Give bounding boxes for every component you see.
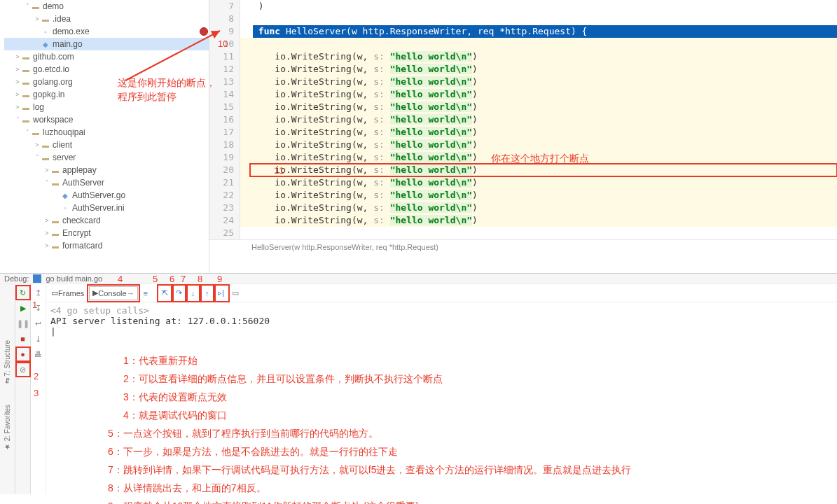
tree-item-label: checkcard xyxy=(62,216,101,225)
tree-item[interactable]: >▬formatcard xyxy=(4,239,209,252)
tree-item[interactable]: >▬.idea xyxy=(4,13,209,25)
go-icon xyxy=(33,274,41,283)
code-line[interactable]: io.WriteString(w, s: "hello world\n") xyxy=(250,176,837,189)
code-line[interactable]: io.WriteString(w, s: "hello world\n") xyxy=(250,50,837,63)
step-over-button[interactable]: ↷ xyxy=(173,286,186,300)
tree-item[interactable]: ˅▬server xyxy=(4,151,209,164)
code-line[interactable]: io.WriteString(w, s: "hello world\n") xyxy=(250,126,837,139)
scroll-to-end-icon[interactable]: ⤓ xyxy=(33,333,44,344)
left-vertical-tabs[interactable]: ⇆ 7: Structure ★ 2: Favorites xyxy=(0,284,15,494)
tree-item-label: gopkg.in xyxy=(33,90,64,99)
tree-item-label: formatcard xyxy=(62,241,102,251)
code-line[interactable]: io.WriteString(w, s: "hello world\n") xyxy=(250,202,837,214)
debug-config-name[interactable]: go build main.go xyxy=(46,274,102,283)
tree-item-label: golang.org xyxy=(33,77,73,87)
code-line[interactable]: io.WriteString(w, s: "hello world\n") xyxy=(250,189,837,202)
project-tree[interactable]: ˅▬demo>▬.idea▫demo.exe◆main.go>▬github.c… xyxy=(0,0,209,273)
rerun-button[interactable]: ↻ xyxy=(18,287,29,298)
debug-header: Debug: go build main.go xyxy=(0,273,837,284)
tree-item[interactable]: ˅▬AuthServer xyxy=(4,176,209,189)
tree-item[interactable]: ˅▬workspace xyxy=(4,113,209,126)
tree-item[interactable]: >▬applepay xyxy=(4,164,209,176)
evaluate-icon[interactable]: ▭ xyxy=(229,286,242,300)
folder-icon: ▬ xyxy=(21,52,31,62)
code-line[interactable]: io.WriteString(w, s: "hello world\n") xyxy=(250,101,837,113)
code-lines[interactable]: ) func HelloServer(w http.ResponseWriter… xyxy=(250,0,837,239)
tree-item-label: main.go xyxy=(53,39,83,49)
line-gutter[interactable]: 78910111213141516171819202122232425 xyxy=(209,0,240,239)
tree-item[interactable]: >▬github.com xyxy=(4,50,209,63)
tree-item-label: AuthServer.ini xyxy=(72,203,125,213)
go-file-icon: ◆ xyxy=(41,39,50,49)
tree-item-label: workspace xyxy=(33,115,73,125)
tree-item[interactable]: >▬client xyxy=(4,139,209,151)
tree-item[interactable]: >▬Encrypt xyxy=(4,227,209,239)
stop-button[interactable]: ■ xyxy=(18,333,29,344)
tree-item-label: AuthServer.go xyxy=(72,190,125,200)
folder-icon: ▬ xyxy=(21,102,31,112)
tree-item-label: log xyxy=(33,102,44,112)
code-line[interactable]: func HelloServer(w http.ResponseWriter, … xyxy=(250,25,837,38)
console-tab[interactable]: ▶ Console → xyxy=(89,286,137,300)
code-line[interactable] xyxy=(250,13,837,25)
tree-item[interactable]: ▫demo.exe xyxy=(4,25,209,38)
sidebar-anno: 这是你刚开始的断点， 程序到此暂停 xyxy=(118,76,216,104)
code-line[interactable]: io.WriteString(w, s: "hello world\n") xyxy=(250,139,837,151)
resume-button[interactable]: ▶ xyxy=(18,302,29,314)
go-file-icon: ◆ xyxy=(60,190,70,200)
explain-list: 1：代表重新开始 2：可以查看详细的断点信息，并且可以设置条件，判断执不执行这个… xyxy=(123,351,443,424)
soft-wrap-icon[interactable]: ↩ xyxy=(33,318,44,329)
file-icon: ▫ xyxy=(41,27,50,36)
code-line[interactable]: io.WriteString(w, s: "hello world\n") xyxy=(250,214,837,227)
folder-icon: ▬ xyxy=(21,115,31,125)
tree-item[interactable]: >▬checkcard xyxy=(4,214,209,227)
step-out-button[interactable]: ↑ xyxy=(201,286,214,300)
code-line[interactable]: io.WriteString(w, s: "hello world\n") xyxy=(250,164,837,176)
tree-item[interactable]: ◆AuthServer.go xyxy=(4,189,209,202)
breakpoint-icon[interactable] xyxy=(200,27,208,36)
code-line[interactable]: io.WriteString(w, s: "hello world\n") xyxy=(250,113,837,126)
debug-panel: ▭ Frames ▶ Console → ≡ ⇱ ↷ ↓ ↑ ▹| ▭ 4 5 … xyxy=(46,284,837,494)
frames-tab[interactable]: ▭ Frames xyxy=(48,286,88,300)
tree-item[interactable]: ˅▬luzhouqipai xyxy=(4,126,209,139)
debug-tool-column-1: ↻ ▶ ❚❚ ■ ● ⊘ xyxy=(15,284,31,494)
tree-item[interactable]: >▬go.etcd.io xyxy=(4,63,209,76)
print-icon[interactable]: 🖶 xyxy=(33,349,44,360)
folder-icon: ▬ xyxy=(21,90,31,99)
tree-item-label: client xyxy=(53,140,72,150)
threads-icon[interactable]: ≡ xyxy=(139,286,152,300)
file-icon: ▫ xyxy=(60,203,70,213)
tree-item-label: go.etcd.io xyxy=(33,64,69,74)
explain-list-2: 5：一点这个按钮，就到了程序执行到当前哪行的代码的地方。 6：下一步，如果是方法… xyxy=(108,424,631,504)
code-line[interactable]: io.WriteString(w, s: "hello world\n") xyxy=(250,63,837,76)
console-output[interactable]: <4 go setup calls> API server listening … xyxy=(46,302,837,340)
tree-item[interactable]: ▫AuthServer.ini xyxy=(4,202,209,214)
code-line[interactable]: io.WriteString(w, s: "hello world\n") xyxy=(250,76,837,88)
folder-icon: ▬ xyxy=(41,153,50,162)
show-execution-point-button[interactable]: ⇱ xyxy=(159,286,172,300)
code-line[interactable] xyxy=(250,38,837,50)
code-line[interactable] xyxy=(250,227,837,239)
step-into-button[interactable]: ↓ xyxy=(187,286,200,300)
scroll-to-top-icon[interactable]: ↥ xyxy=(33,287,44,298)
scroll-down-icon[interactable]: ↧ xyxy=(33,302,44,314)
view-breakpoints-button[interactable]: ● xyxy=(18,349,29,360)
mute-breakpoints-button[interactable]: ⊘ xyxy=(18,364,29,375)
code-line[interactable]: ) xyxy=(250,0,837,13)
debug-toolbar: ▭ Frames ▶ Console → ≡ ⇱ ↷ ↓ ↑ ▹| ▭ 4 5 … xyxy=(46,284,837,302)
tree-item-label: applepay xyxy=(62,165,97,175)
tree-item-label: luzhouqipai xyxy=(43,127,85,137)
pause-button[interactable]: ❚❚ xyxy=(18,318,29,329)
tree-item-label: demo xyxy=(43,1,64,11)
code-editor[interactable]: 78910111213141516171819202122232425 ) fu… xyxy=(209,0,837,273)
folder-icon: ▬ xyxy=(31,1,41,11)
folder-icon: ▬ xyxy=(50,216,60,225)
run-to-cursor-button[interactable]: ▹| xyxy=(215,286,228,300)
code-line[interactable]: io.WriteString(w, s: "hello world\n") xyxy=(250,151,837,164)
folder-icon: ▬ xyxy=(50,165,60,175)
tree-item-label: server xyxy=(53,153,76,162)
code-line[interactable]: io.WriteString(w, s: "hello world\n") xyxy=(250,88,837,101)
tree-item-label: demo.exe xyxy=(53,27,90,36)
tree-item[interactable]: ˅▬demo xyxy=(4,0,209,13)
tree-item[interactable]: ◆main.go xyxy=(4,38,209,50)
